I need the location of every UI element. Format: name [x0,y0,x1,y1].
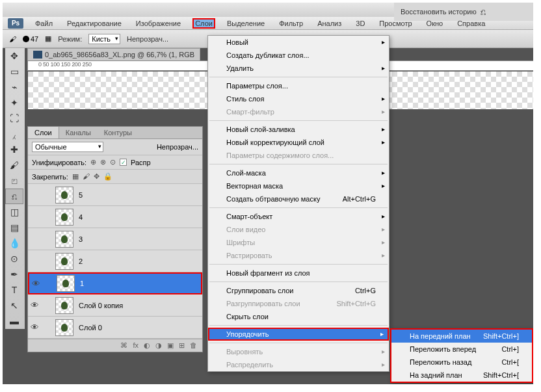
menu-item[interactable]: Новый корректирующий слой [208,136,389,149]
lock-trans-icon[interactable]: ▦ [72,172,79,181]
submenu-item[interactable]: Переложить впередCtrl+] [391,343,532,356]
link-layers-icon[interactable]: ⌘ [120,341,127,350]
menu-item: Распределить [208,358,389,371]
layer-row[interactable]: 👁Слой 0 копия [28,294,202,317]
lasso-tool[interactable]: ⌁ [5,79,23,95]
mask-icon[interactable]: ◐ [144,341,150,350]
menu-item[interactable]: Стиль слоя [208,92,389,105]
menu-item[interactable]: Новый [208,36,389,49]
menu-item[interactable]: Сгруппировать слоиCtrl+G [208,284,389,297]
layer-blend-select[interactable]: Обычные [32,142,103,152]
menu-item: Смарт-фильтр [208,105,389,118]
layer-row[interactable]: 4 [28,206,202,228]
pen-tool[interactable]: ✒ [5,267,23,282]
lock-move-icon[interactable]: ✥ [94,172,99,181]
layer-name: Слой 0 копия [76,302,123,309]
brush-panel-icon[interactable]: ▦ [45,34,51,43]
history-brush-icon[interactable]: ⎌ [481,7,486,17]
tab-layers[interactable]: Слои [28,127,59,138]
menu-item[interactable]: Новый слой-заливка [208,123,389,136]
lock-all-icon[interactable]: 🔒 [103,172,112,181]
layer-row[interactable]: 👁1 [28,272,202,294]
wand-tool[interactable]: ✦ [5,95,23,111]
path-tool[interactable]: ↖ [5,298,23,313]
document-title: 0_ab965_98656a83_XL.png @ 66,7% (1, RGB [45,51,194,59]
panel-footer: ⌘ fx ◐ ◑ ▣ ⊞ 🗑 [28,339,202,352]
move-tool[interactable]: ✥ [5,48,23,64]
history-label: Восстановить историю [401,8,477,16]
heal-tool[interactable]: ✚ [5,142,23,157]
brush-tool[interactable]: 🖌 [5,157,23,173]
unify-style-icon[interactable]: ⊙ [110,158,116,166]
blur-tool[interactable]: 💧 [5,235,23,251]
menu-item[interactable]: Упорядочить [208,328,389,341]
menu-3d[interactable]: 3D [353,18,367,29]
menu-item[interactable]: Новый фрагмент из слоя [208,267,389,280]
submenu-item[interactable]: На передний планShift+Ctrl+] [391,330,532,343]
propagate-checkbox[interactable]: ✓ [120,159,127,166]
type-tool[interactable]: T [5,282,23,298]
crop-tool[interactable]: ⛶ [5,111,23,126]
marquee-tool[interactable]: ▭ [5,64,23,79]
layer-name: 3 [76,235,83,243]
layer-row[interactable]: 2 [28,250,202,272]
menu-item[interactable]: Создать дубликат слоя... [208,49,389,62]
shape-tool[interactable]: ▬ [5,313,23,329]
menu-filter[interactable]: Фильтр [276,18,306,29]
new-layer-icon[interactable]: ⊞ [179,341,185,350]
layer-thumb [55,231,73,248]
menu-item[interactable]: Слой-маска [208,166,389,179]
brush-tool-icon: 🖌 [9,35,16,43]
eyedropper-tool[interactable]: ⁁ [5,126,23,142]
layer-thumb [55,209,73,226]
fx-icon[interactable]: fx [133,341,139,350]
menu-item: Выровнять [208,345,389,358]
tab-channels[interactable]: Каналы [59,127,98,138]
layer-row[interactable]: 3 [28,228,202,250]
visibility-icon[interactable]: 👁 [28,322,41,332]
folder-icon[interactable]: ▣ [167,341,174,350]
layer-thumb [55,297,73,314]
menu-analysis[interactable]: Анализ [315,18,344,29]
menu-item[interactable]: Векторная маска [208,179,389,192]
history-brush-tool[interactable]: ⎌ [5,189,23,204]
menu-item[interactable]: Скрыть слои [208,310,389,323]
lock-label: Закрепить: [32,173,68,181]
submenu-item[interactable]: На задний планShift+Ctrl+[ [391,369,532,382]
adjustment-icon[interactable]: ◑ [155,341,162,350]
menu-item[interactable]: Смарт-объект [208,210,389,223]
menu-file[interactable]: Файл [33,18,55,29]
lock-paint-icon[interactable]: 🖌 [83,172,90,181]
menu-item[interactable]: Удалить [208,62,389,75]
menu-edit[interactable]: Редактирование [64,18,124,29]
gradient-tool[interactable]: ▤ [5,220,23,235]
unify-vis-icon[interactable]: ⊗ [100,158,106,166]
layer-thumb [55,187,73,203]
tab-paths[interactable]: Контуры [98,127,139,138]
visibility-icon[interactable]: 👁 [29,279,42,289]
propagate-label: Распр [131,159,151,166]
menu-select[interactable]: Выделение [224,18,267,29]
layer-row[interactable]: 5 [28,184,202,206]
unify-pos-icon[interactable]: ⊕ [90,158,96,166]
menu-layers[interactable]: Слои [192,18,215,29]
trash-icon[interactable]: 🗑 [190,341,197,350]
layer-row[interactable]: 👁Слой 0 [28,317,202,339]
arrange-submenu: На передний планShift+Ctrl+]Переложить в… [390,328,533,383]
layer-thumb [55,319,73,336]
document-tab[interactable]: 0_ab965_98656a83_XL.png @ 66,7% (1, RGB [27,48,200,60]
dodge-tool[interactable]: ⊙ [5,251,23,267]
menu-item[interactable]: Параметры слоя... [208,79,389,92]
visibility-icon[interactable]: 👁 [28,300,41,310]
stamp-tool[interactable]: ⏍ [5,173,23,189]
brush-preset[interactable]: 47 [23,35,38,43]
eraser-tool[interactable]: ◫ [5,204,23,220]
submenu-item[interactable]: Переложить назадCtrl+[ [391,356,532,369]
menu-item[interactable]: Создать обтравочную маскуAlt+Ctrl+G [208,192,389,205]
brush-size-value: 47 [31,35,38,43]
blend-mode-select[interactable]: Кисть [88,34,120,44]
ps-doc-icon [33,51,42,59]
brush-dot-icon [23,36,29,42]
menu-image[interactable]: Изображение [133,18,183,29]
mode-label: Режим: [58,35,82,43]
